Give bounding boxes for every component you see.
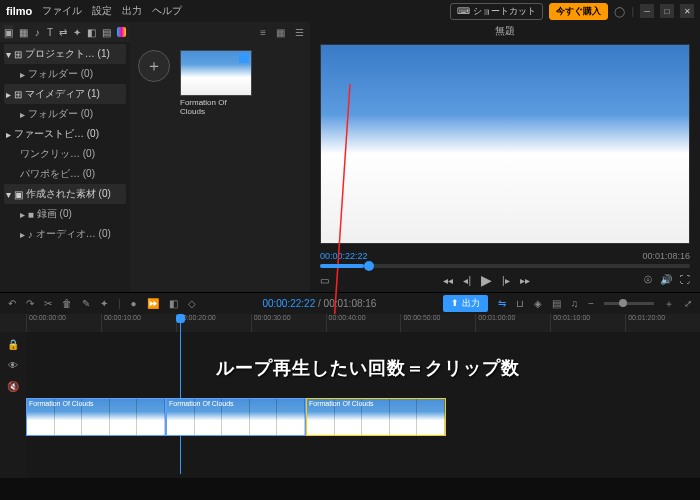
clip-label: Formation Of Clouds [169,400,234,407]
powerpoint-item[interactable]: パワポをビ… (0) [4,164,126,184]
clip-thumbnail [180,50,252,96]
zoom-in-icon[interactable]: ＋ [664,297,674,311]
title-bar: filmo ファイル 設定 出力 ヘルプ ⌨ ショートカット 今すぐ購入 ◯ |… [0,0,700,22]
list-icon[interactable]: ☰ [295,27,304,38]
speed-icon[interactable]: ⏩ [147,298,159,309]
preview-panel: 無題 00:00:22:22 00:01:08:16 ▭ ◂◂ ◂| ▶ |▸ … [310,22,700,292]
fit-icon[interactable]: ⤢ [684,298,692,309]
project-media-header[interactable]: ▾ ⊞ プロジェクト… (1) [4,44,126,64]
minimize-button[interactable]: ─ [640,4,654,18]
grid-icon[interactable]: ▦ [276,27,285,38]
main-menu: ファイル 設定 出力 ヘルプ [42,4,182,18]
record-vo-icon[interactable]: ● [131,298,137,309]
zoom-out-icon[interactable]: − [588,298,594,309]
created-header[interactable]: ▾ ▣ 作成された素材 (0) [4,184,126,204]
clip-label: Formation Of Clouds [309,400,374,407]
text-tab-icon[interactable]: T [47,25,54,39]
timeline-timecode: 00:00:22:22 / 00:01:08:16 [262,298,376,309]
current-time: 00:00:22:22 [320,251,368,261]
timeline-clip[interactable]: Formation Of Clouds [166,398,306,436]
annotation-text: ループ再生したい回数＝クリップ数 [216,356,520,380]
menu-settings[interactable]: 設定 [92,4,112,18]
lock-icon[interactable]: 🔒 [7,339,19,350]
transition-tab-icon[interactable]: ⇄ [59,25,67,39]
media-clip[interactable]: Formation Of Clouds [180,50,252,116]
oneclick-item[interactable]: ワンクリッ… (0) [4,144,126,164]
stock-tab-icon[interactable]: ▦ [19,25,28,39]
export-button[interactable]: ⬆ 出力 [443,295,488,312]
template-tab-icon[interactable]: ▤ [102,25,111,39]
fullscreen-icon[interactable]: ⛶ [680,274,690,286]
step-fwd-icon[interactable]: |▸ [502,275,510,286]
grade-tab-icon[interactable] [117,27,126,37]
media-bin: ≡ ▦ ☰ ＋ Formation Of Clouds [130,22,310,292]
color-icon[interactable]: ◧ [169,298,178,309]
scrub-bar[interactable] [320,264,690,268]
menu-export[interactable]: 出力 [122,4,142,18]
menu-help[interactable]: ヘルプ [152,4,182,18]
marker-icon[interactable]: ✦ [100,298,108,309]
timeline-clip[interactable]: Formation Of Clouds [26,398,166,436]
maximize-button[interactable]: □ [660,4,674,18]
clip-name: Formation Of Clouds [180,98,252,116]
time-ruler[interactable]: 00:00:00:00 00:00:10:00 00:00:20:00 00:0… [0,314,700,332]
record-item[interactable]: ▸ ■ 録画 (0) [4,204,126,224]
close-button[interactable]: ✕ [680,4,694,18]
audio-item[interactable]: ▸ ♪ オーディオ… (0) [4,224,126,244]
panel-tabs: ▣ ▦ ♪ T ⇄ ✦ ◧ ▤ [0,22,130,42]
mixer-icon[interactable]: ♫ [571,298,579,309]
folder-item-2[interactable]: ▸ フォルダー (0) [4,104,126,124]
import-media-button[interactable]: ＋ [138,50,170,82]
timeline-toolbar: ↶ ↷ ✂ 🗑 ✎ ✦ | ● ⏩ ◧ ◇ 00:00:22:22 / 00:0… [0,292,700,314]
next-frame-icon[interactable]: ▸▸ [520,275,530,286]
timeline: ☰ 🔒 👁 🔇 00:00:00:00 00:00:10:00 00:00:20… [0,314,700,478]
preview-title: 無題 [310,22,700,40]
visible-icon[interactable]: 👁 [8,360,18,371]
firstview-item[interactable]: ▸ ファーストビ… (0) [4,124,126,144]
sticker-tab-icon[interactable]: ◧ [87,25,96,39]
app-logo: filmo [6,5,32,17]
video-track[interactable]: Formation Of CloudsFormation Of CloudsFo… [26,398,446,436]
crop-icon[interactable]: ✎ [82,298,90,309]
keyframe-icon[interactable]: ◇ [188,298,196,309]
shortcut-button[interactable]: ⌨ ショートカット [450,3,543,20]
track-icon[interactable]: ▤ [552,298,561,309]
folder-item[interactable]: ▸ フォルダー (0) [4,64,126,84]
marker2-icon[interactable]: ◈ [534,298,542,309]
divider: | [631,6,634,17]
mymedia-header[interactable]: ▸ ⊞ マイメディア (1) [4,84,126,104]
prev-frame-icon[interactable]: ◂◂ [443,275,453,286]
magnet-icon[interactable]: ⊔ [516,298,524,309]
redo-icon[interactable]: ↷ [26,298,34,309]
buy-now-button[interactable]: 今すぐ購入 [549,3,608,20]
mute-icon[interactable]: 🔊 [660,274,672,286]
play-icon[interactable]: ▶ [481,272,492,288]
playback-quality-icon[interactable]: ▭ [310,275,329,286]
track-header: ☰ 🔒 👁 🔇 [0,314,26,478]
used-badge-icon [239,53,249,63]
clip-label: Formation Of Clouds [29,400,94,407]
zoom-slider[interactable] [604,302,654,305]
media-tab-icon[interactable]: ▣ [4,25,13,39]
step-back-icon[interactable]: ◂| [463,275,471,286]
preview-viewport[interactable] [320,44,690,244]
timeline-clip[interactable]: Formation Of Clouds [306,398,446,436]
left-panel: ▣ ▦ ♪ T ⇄ ✦ ◧ ▤ ▾ ⊞ プロジェクト… (1) ▸ フォルダー … [0,22,130,292]
user-icon[interactable]: ◯ [614,6,625,17]
mute-track-icon[interactable]: 🔇 [7,381,19,392]
total-time: 00:01:08:16 [642,251,690,261]
snapshot-icon[interactable]: ⦾ [644,274,652,286]
sort-icon[interactable]: ≡ [260,27,266,38]
delete-icon[interactable]: 🗑 [62,298,72,309]
effects-tab-icon[interactable]: ✦ [73,25,81,39]
cut-icon[interactable]: ✂ [44,298,52,309]
link-icon[interactable]: ⇋ [498,298,506,309]
undo-icon[interactable]: ↶ [8,298,16,309]
audio-tab-icon[interactable]: ♪ [34,25,41,39]
menu-file[interactable]: ファイル [42,4,82,18]
